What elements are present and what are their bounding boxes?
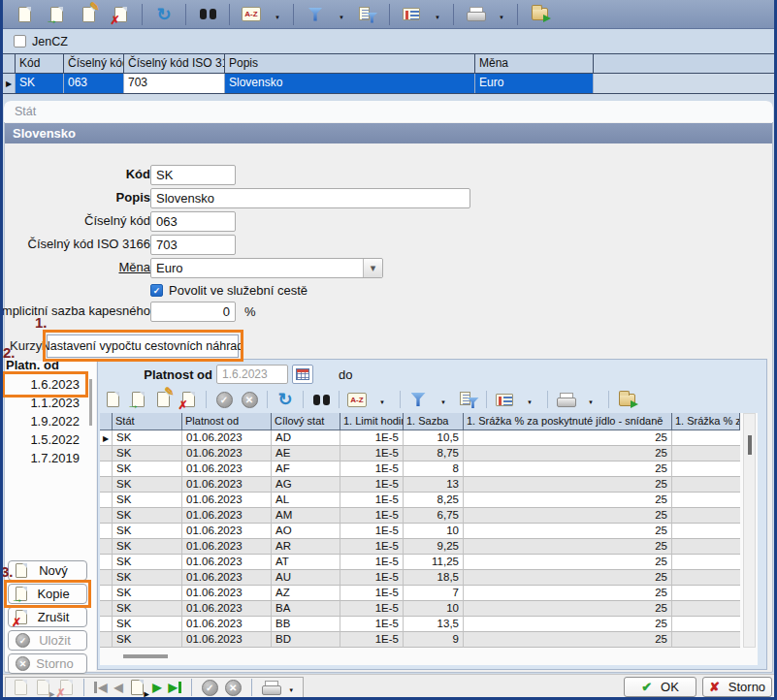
cell-srazka-next[interactable] bbox=[672, 617, 740, 632]
copy-record-button[interactable] bbox=[43, 2, 70, 27]
sort-button[interactable] bbox=[238, 2, 265, 27]
table-row[interactable]: SK 01.06.2023 AD 1E-5 10,5 25 bbox=[100, 430, 740, 446]
cell-cilovy-stat[interactable]: AD bbox=[272, 430, 340, 446]
cell-srazka-next[interactable] bbox=[672, 570, 740, 586]
cell-limit-hodin[interactable]: 1E-5 bbox=[340, 617, 404, 632]
cell-srazka-next[interactable] bbox=[672, 430, 740, 446]
cell-srazka-next[interactable] bbox=[672, 539, 740, 555]
cell-cilovy-stat[interactable]: BB bbox=[272, 617, 340, 632]
table-row[interactable]: SK 01.06.2023 AL 1E-5 8,25 25 bbox=[100, 493, 740, 508]
search-rates-button[interactable] bbox=[310, 389, 332, 410]
cell-stat[interactable]: SK bbox=[113, 617, 182, 632]
cell-stat[interactable]: SK bbox=[113, 477, 182, 493]
cell-cilovy-stat[interactable]: BA bbox=[272, 601, 340, 617]
print-rates-button[interactable] bbox=[555, 389, 576, 410]
cell-sazba[interactable]: 13,5 bbox=[404, 617, 464, 632]
print-dropdown[interactable] bbox=[494, 2, 509, 27]
table-row[interactable]: SK 01.06.2023 BD 1E-5 9 25 bbox=[100, 632, 740, 648]
cell-stat[interactable]: SK bbox=[113, 446, 182, 461]
cell-srazka-snidane[interactable]: 25 bbox=[464, 493, 672, 508]
column-header-iso[interactable]: Číselný kód ISO 3166 bbox=[124, 54, 225, 73]
new-rate-button[interactable] bbox=[102, 389, 123, 410]
first-record-icon[interactable] bbox=[94, 682, 107, 693]
jencz-checkbox[interactable] bbox=[14, 35, 26, 48]
new-record-button[interactable] bbox=[11, 2, 38, 27]
filter-rates-dropdown[interactable] bbox=[433, 389, 454, 410]
zrusit-button[interactable]: Zrušit bbox=[8, 607, 87, 627]
cell-sazba[interactable]: 8 bbox=[404, 461, 464, 477]
column-header-srazka-snidane[interactable]: 1. Srážka % za poskytnuté jídlo - snídan… bbox=[464, 413, 672, 430]
cell-sazba[interactable]: 10 bbox=[404, 601, 464, 617]
refresh-button[interactable] bbox=[150, 2, 178, 27]
mena-label[interactable]: Měna bbox=[118, 258, 150, 277]
cell-srazka-snidane[interactable]: 25 bbox=[464, 508, 672, 524]
column-header-platnost-od[interactable]: Platnost od bbox=[182, 413, 272, 430]
column-header-kod[interactable]: Kód bbox=[16, 54, 64, 73]
cell-srazka-snidane[interactable]: 25 bbox=[464, 477, 672, 493]
cell-limit-hodin[interactable]: 1E-5 bbox=[340, 632, 404, 648]
cell-srazka-snidane[interactable]: 25 bbox=[464, 524, 672, 539]
popis-field[interactable]: Slovensko bbox=[150, 188, 470, 208]
cell-srazka-snidane[interactable]: 25 bbox=[464, 461, 672, 477]
iso-field[interactable]: 703 bbox=[150, 235, 236, 255]
column-header-limit-hodin[interactable]: 1. Limit hodin bbox=[340, 413, 404, 430]
table-row[interactable]: SK 01.06.2023 BB 1E-5 13,5 25 bbox=[100, 617, 740, 632]
cell-sazba[interactable]: 8,25 bbox=[404, 493, 464, 508]
export-button[interactable] bbox=[526, 2, 553, 27]
cell-srazka-next[interactable] bbox=[672, 446, 740, 461]
filter-rates-button[interactable] bbox=[407, 389, 429, 410]
columns-rates-dropdown[interactable] bbox=[519, 389, 540, 410]
column-header-srazka-next[interactable]: 1. Srážka % za pos bbox=[672, 413, 740, 430]
cell-limit-hodin[interactable]: 1E-5 bbox=[340, 430, 404, 446]
cell-platnost-od[interactable]: 01.06.2023 bbox=[182, 461, 272, 477]
cell-cilovy-stat[interactable]: AM bbox=[272, 508, 340, 524]
cell-limit-hodin[interactable]: 1E-5 bbox=[340, 570, 404, 586]
sort-rates-dropdown[interactable] bbox=[372, 389, 393, 410]
last-record-icon[interactable] bbox=[168, 682, 180, 693]
columns-button[interactable] bbox=[398, 2, 425, 27]
cell-platnost-od[interactable]: 01.06.2023 bbox=[182, 446, 272, 461]
cell-stat[interactable]: SK bbox=[113, 632, 182, 648]
cancel-button[interactable] bbox=[239, 389, 260, 410]
cell-sazba[interactable]: 18,5 bbox=[404, 570, 464, 586]
column-header-mena[interactable]: Měna bbox=[475, 54, 594, 73]
cell-cilovy-stat[interactable]: AZ bbox=[272, 586, 340, 601]
cell-srazka-next[interactable] bbox=[672, 461, 740, 477]
cell-stat[interactable]: SK bbox=[113, 430, 182, 446]
columns-dropdown[interactable] bbox=[430, 2, 445, 27]
table-row[interactable]: SK 01.06.2023 AR 1E-5 9,25 25 bbox=[100, 539, 740, 555]
cell-srazka-snidane[interactable]: 25 bbox=[464, 555, 672, 570]
table-row[interactable]: SK 01.06.2023 AF 1E-5 8 25 bbox=[100, 461, 740, 477]
cell-cilovy-stat[interactable]: AU bbox=[272, 570, 340, 586]
cell-kod[interactable]: SK bbox=[16, 74, 64, 93]
accept-circle-icon[interactable] bbox=[202, 680, 218, 696]
cell-stat[interactable]: SK bbox=[113, 493, 182, 508]
cell-limit-hodin[interactable]: 1E-5 bbox=[340, 493, 404, 508]
cell-limit-hodin[interactable]: 1E-5 bbox=[340, 508, 404, 524]
mena-combobox[interactable]: Euro bbox=[150, 258, 383, 278]
platnost-od-field[interactable]: 1.6.2023 bbox=[216, 365, 288, 384]
cell-stat[interactable]: SK bbox=[113, 586, 182, 601]
table-row[interactable]: SK 01.06.2023 AT 1E-5 11,25 25 bbox=[100, 555, 740, 570]
filter-dropdown[interactable] bbox=[334, 2, 349, 27]
cell-cilovy-stat[interactable]: AG bbox=[272, 477, 340, 493]
cell-srazka-next[interactable] bbox=[672, 524, 740, 539]
cell-cilovy-stat[interactable]: AO bbox=[272, 524, 340, 539]
column-header-sazba[interactable]: 1. Sazba bbox=[404, 413, 464, 430]
edit-record-button[interactable] bbox=[75, 2, 102, 27]
cancel-circle-icon[interactable] bbox=[225, 680, 242, 696]
cell-limit-hodin[interactable]: 1E-5 bbox=[340, 446, 404, 461]
cell-ciselny-kod[interactable]: 063 bbox=[64, 74, 124, 93]
sort-dropdown[interactable] bbox=[270, 2, 285, 27]
cell-cilovy-stat[interactable]: AE bbox=[272, 446, 340, 461]
delete-rate-button[interactable] bbox=[178, 389, 199, 410]
cell-platnost-od[interactable]: 01.06.2023 bbox=[182, 524, 272, 539]
cell-platnost-od[interactable]: 01.06.2023 bbox=[182, 570, 272, 586]
edit-rate-button[interactable] bbox=[152, 389, 174, 410]
copy-rate-button[interactable] bbox=[127, 389, 148, 410]
cell-sazba[interactable]: 9 bbox=[404, 632, 464, 648]
list-scrollbar[interactable] bbox=[89, 379, 92, 426]
cell-limit-hodin[interactable]: 1E-5 bbox=[340, 601, 404, 617]
cell-cilovy-stat[interactable]: BD bbox=[272, 632, 340, 648]
novy-button[interactable]: Nový bbox=[8, 560, 87, 581]
